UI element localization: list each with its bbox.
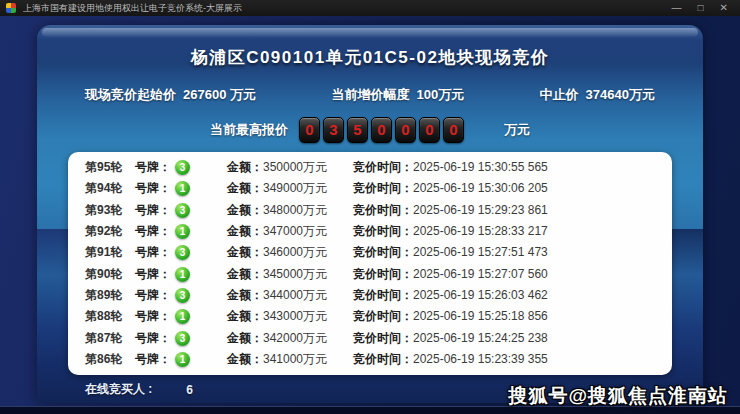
bid-plate-cell: 号牌：1 — [135, 351, 227, 368]
amount-label: 金额： — [227, 267, 263, 281]
amount-label: 金额： — [227, 309, 263, 323]
amount-value: 349000万元 — [263, 181, 327, 195]
bid-amount-cell: 金额：344000万元 — [227, 287, 353, 304]
price-label: 现场竞价起始价 — [85, 87, 176, 102]
bid-round: 第90轮 — [85, 266, 135, 283]
bid-round: 第88轮 — [85, 308, 135, 325]
plate-label: 号牌： — [135, 352, 171, 366]
close-button[interactable]: ✕ — [720, 0, 728, 16]
online-bidders-label: 在线竞买人 : — [85, 381, 152, 398]
time-value: 2025-06-19 15:30:06 205 — [413, 181, 548, 195]
online-bidders-count: 6 — [186, 383, 193, 397]
bid-time-cell: 竞价时间：2025-06-19 15:26:03 462 — [353, 287, 672, 304]
time-label: 竞价时间： — [353, 181, 413, 195]
window-titlebar: 上海市国有建设用地使用权出让电子竞价系统-大屏展示 — □ ✕ — [0, 0, 740, 16]
bid-time-cell: 竞价时间：2025-06-19 15:27:07 560 — [353, 266, 672, 283]
bid-amount-cell: 金额：349000万元 — [227, 180, 353, 197]
amount-label: 金额： — [227, 331, 263, 345]
price-label: 中止价 — [540, 87, 579, 102]
plate-number-badge: 3 — [175, 245, 190, 260]
bid-row: 第90轮 号牌：1 金额：345000万元 竞价时间：2025-06-19 15… — [68, 263, 672, 284]
time-value: 2025-06-19 15:29:23 861 — [413, 203, 548, 217]
plate-number-badge: 3 — [175, 203, 190, 218]
led-digit: 0 — [299, 117, 320, 143]
time-label: 竞价时间： — [353, 245, 413, 259]
time-value: 2025-06-19 15:23:39 355 — [413, 352, 548, 366]
bid-plate-cell: 号牌：3 — [135, 159, 227, 176]
plate-label: 号牌： — [135, 203, 171, 217]
amount-value: 344000万元 — [263, 288, 327, 302]
price-value: 100万元 — [416, 87, 464, 102]
bid-history-table: 第95轮 号牌：3 金额：350000万元 竞价时间：2025-06-19 15… — [68, 152, 672, 375]
plate-number-badge: 3 — [175, 288, 190, 303]
bid-time-cell: 竞价时间：2025-06-19 15:30:06 205 — [353, 180, 672, 197]
bid-amount-cell: 金额：348000万元 — [227, 202, 353, 219]
plate-number-badge: 3 — [175, 160, 190, 175]
price-label: 当前增价幅度 — [331, 87, 409, 102]
time-value: 2025-06-19 15:27:51 473 — [413, 245, 548, 259]
bid-plate-cell: 号牌：3 — [135, 287, 227, 304]
bid-plate-cell: 号牌：3 — [135, 202, 227, 219]
highest-bid-unit: 万元 — [504, 121, 530, 139]
plate-number-badge: 1 — [175, 309, 190, 324]
plate-number-badge: 1 — [175, 224, 190, 239]
maximize-button[interactable]: □ — [698, 0, 704, 16]
amount-label: 金额： — [227, 288, 263, 302]
price-value: 267600 万元 — [183, 87, 256, 102]
amount-value: 341000万元 — [263, 352, 327, 366]
price-summary-item: 当前增价幅度100万元 — [331, 86, 464, 104]
minimize-button[interactable]: — — [672, 0, 682, 16]
watermark-text: 搜狐号@搜狐焦点淮南站 — [508, 383, 728, 409]
price-summary-row: 现场竞价起始价267600 万元 当前增价幅度100万元 中止价374640万元 — [37, 86, 703, 104]
bid-amount-cell: 金额：345000万元 — [227, 266, 353, 283]
bid-plate-cell: 号牌：3 — [135, 330, 227, 347]
highest-bid-led-display: 0350000 — [299, 117, 464, 143]
amount-label: 金额： — [227, 245, 263, 259]
bid-row: 第86轮 号牌：1 金额：341000万元 竞价时间：2025-06-19 15… — [68, 349, 672, 370]
bid-plate-cell: 号牌：1 — [135, 223, 227, 240]
bid-plate-cell: 号牌：1 — [135, 266, 227, 283]
time-label: 竞价时间： — [353, 309, 413, 323]
amount-value: 348000万元 — [263, 203, 327, 217]
time-value: 2025-06-19 15:27:07 560 — [413, 267, 548, 281]
led-digit: 3 — [323, 117, 344, 143]
bid-amount-cell: 金额：343000万元 — [227, 308, 353, 325]
time-value: 2025-06-19 15:24:25 238 — [413, 331, 548, 345]
bid-time-cell: 竞价时间：2025-06-19 15:25:18 856 — [353, 308, 672, 325]
time-label: 竞价时间： — [353, 331, 413, 345]
online-bidders-row: 在线竞买人 : 6 — [85, 381, 193, 398]
bid-row: 第89轮 号牌：3 金额：344000万元 竞价时间：2025-06-19 15… — [68, 285, 672, 306]
bid-round: 第91轮 — [85, 244, 135, 261]
bid-row: 第95轮 号牌：3 金额：350000万元 竞价时间：2025-06-19 15… — [68, 157, 672, 178]
amount-label: 金额： — [227, 160, 263, 174]
bid-amount-cell: 金额：341000万元 — [227, 351, 353, 368]
bid-time-cell: 竞价时间：2025-06-19 15:24:25 238 — [353, 330, 672, 347]
bid-round: 第86轮 — [85, 351, 135, 368]
led-digit: 5 — [347, 117, 368, 143]
plate-number-badge: 1 — [175, 181, 190, 196]
amount-value: 343000万元 — [263, 309, 327, 323]
plate-label: 号牌： — [135, 309, 171, 323]
bid-plate-cell: 号牌：3 — [135, 244, 227, 261]
time-value: 2025-06-19 15:25:18 856 — [413, 309, 548, 323]
price-summary-item: 现场竞价起始价267600 万元 — [85, 86, 256, 104]
plate-number-badge: 3 — [175, 331, 190, 346]
bid-round: 第94轮 — [85, 180, 135, 197]
amount-value: 345000万元 — [263, 267, 327, 281]
plate-label: 号牌： — [135, 288, 171, 302]
led-digit: 0 — [419, 117, 440, 143]
bid-round: 第95轮 — [85, 159, 135, 176]
app-logo-icon — [6, 3, 16, 13]
bid-plate-cell: 号牌：1 — [135, 180, 227, 197]
time-label: 竞价时间： — [353, 288, 413, 302]
amount-value: 346000万元 — [263, 245, 327, 259]
bid-amount-cell: 金额：346000万元 — [227, 244, 353, 261]
amount-value: 350000万元 — [263, 160, 327, 174]
led-digit: 0 — [371, 117, 392, 143]
amount-label: 金额： — [227, 203, 263, 217]
bid-row: 第88轮 号牌：1 金额：343000万元 竞价时间：2025-06-19 15… — [68, 306, 672, 327]
time-value: 2025-06-19 15:28:33 217 — [413, 224, 548, 238]
amount-label: 金额： — [227, 352, 263, 366]
window-title: 上海市国有建设用地使用权出让电子竞价系统-大屏展示 — [23, 2, 672, 15]
price-summary-item: 中止价374640万元 — [540, 86, 655, 104]
